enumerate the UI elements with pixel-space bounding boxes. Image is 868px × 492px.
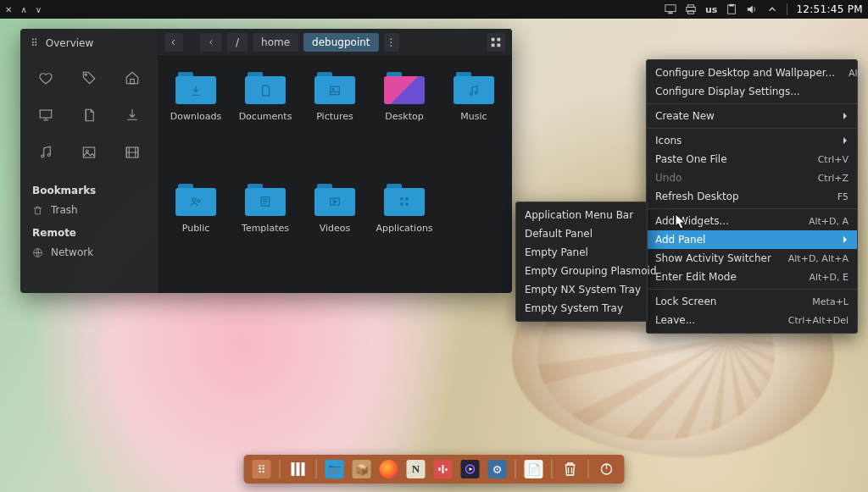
mi-icons[interactable]: Icons [647, 131, 857, 150]
videos-icon[interactable] [112, 134, 153, 171]
folder-downloads[interactable]: Downloads [161, 64, 231, 175]
dock-power-icon[interactable] [598, 460, 616, 478]
keyboard-layout[interactable]: us [705, 3, 717, 15]
svg-rect-6 [730, 4, 734, 7]
network-item[interactable]: Network [20, 242, 158, 263]
mi-create-new[interactable]: Create New [647, 107, 857, 125]
window-down-icon[interactable]: ∨ [36, 5, 42, 14]
svg-rect-38 [446, 468, 448, 471]
window-up-icon[interactable]: ∧ [20, 5, 26, 14]
dock-separator [588, 460, 589, 478]
fm-sidebar: ⠿ Overview Bookmarks Trash Remote Networ… [20, 29, 158, 293]
smi-empty-panel[interactable]: Empty Panel [516, 243, 647, 262]
bottom-dock: ⠿ 📦 N ⚙ 📄 [244, 455, 625, 484]
svg-point-24 [192, 198, 196, 202]
folder-applications[interactable]: Applications [370, 175, 439, 287]
dock-player-icon[interactable] [461, 460, 480, 478]
dock-separator [552, 460, 553, 478]
fm-overview-header[interactable]: ⠿ Overview [20, 29, 158, 58]
breadcrumb-home[interactable]: home [253, 33, 298, 52]
overview-label: Overview [46, 37, 94, 49]
svg-point-23 [475, 91, 477, 94]
tags-icon[interactable] [69, 59, 109, 97]
menu-separator [647, 128, 857, 129]
window-close-icon[interactable]: ✕ [5, 5, 12, 14]
dock-settings-icon[interactable]: ⚙ [488, 460, 507, 478]
fm-back-button[interactable] [200, 33, 222, 52]
top-panel: ✕ ∧ ∨ us 12:51:45 PM [0, 0, 868, 19]
svg-rect-28 [400, 197, 403, 200]
dock-files-icon[interactable] [326, 460, 344, 478]
svg-rect-33 [297, 462, 300, 476]
music-icon[interactable] [25, 134, 66, 171]
volume-icon[interactable] [746, 3, 758, 15]
breadcrumb-root[interactable]: / [227, 33, 248, 52]
documents-icon[interactable] [69, 97, 109, 134]
mi-add-panel[interactable]: Add Panel [647, 230, 857, 249]
mi-activity-switcher[interactable]: Show Activity SwitcherAlt+D, Alt+A [647, 249, 857, 268]
smi-empty-grouping[interactable]: Empty Grouping Plasmoid [516, 262, 647, 280]
svg-rect-29 [405, 197, 408, 200]
smi-app-menu-bar[interactable]: Application Menu Bar [516, 206, 647, 224]
svg-rect-16 [492, 38, 495, 41]
window-controls: ✕ ∧ ∨ [5, 5, 42, 14]
clipboard-icon[interactable] [726, 3, 737, 15]
svg-rect-8 [131, 80, 135, 84]
favorites-icon[interactable] [25, 59, 66, 97]
fm-view-grid-button[interactable] [487, 33, 505, 52]
mi-leave[interactable]: Leave...Ctrl+Alt+Del [647, 311, 857, 329]
dock-audio-icon[interactable] [434, 460, 453, 478]
desktop-icon[interactable] [25, 97, 66, 134]
smi-empty-system-tray[interactable]: Empty System Tray [516, 299, 647, 318]
mi-configure-wallpaper[interactable]: Configure Desktop and Wallpaper...Alt+D,… [647, 64, 857, 82]
folder-pictures[interactable]: Pictures [300, 64, 370, 175]
add-panel-submenu: Application Menu Bar Default Panel Empty… [515, 202, 648, 322]
fm-more-button[interactable]: ⋮ [384, 33, 399, 52]
svg-rect-18 [492, 44, 495, 47]
fm-file-grid: Downloads Documents Pictures Desktop Mus… [158, 57, 512, 293]
home-icon[interactable] [112, 59, 153, 97]
folder-videos[interactable]: Videos [300, 175, 370, 287]
dock-notes-icon[interactable]: N [407, 460, 426, 478]
svg-rect-20 [331, 86, 340, 94]
clock[interactable]: 12:51:45 PM [796, 3, 863, 15]
fm-nav-button[interactable] [164, 33, 183, 52]
dock-trash-icon[interactable] [561, 460, 580, 478]
mi-paste[interactable]: Paste One FileCtrl+V [647, 150, 857, 169]
folder-desktop[interactable]: Desktop [370, 64, 439, 175]
file-manager-window: ⠿ Overview Bookmarks Trash Remote Networ… [20, 29, 512, 293]
folder-documents[interactable]: Documents [231, 64, 300, 175]
mi-edit-mode[interactable]: Enter Edit ModeAlt+D, E [647, 268, 857, 286]
svg-point-11 [47, 154, 50, 157]
display-icon[interactable] [665, 3, 676, 15]
overview-icon: ⠿ [31, 37, 39, 49]
mi-undo: UndoCtrl+Z [647, 169, 857, 187]
smi-empty-nx-tray[interactable]: Empty NX System Tray [516, 280, 647, 299]
downloads-icon[interactable] [112, 97, 153, 134]
dock-activities-icon[interactable] [289, 460, 308, 478]
tray-expand-icon[interactable] [766, 3, 778, 15]
folder-music[interactable]: Music [439, 64, 509, 175]
folder-public[interactable]: Public [161, 175, 231, 287]
printer-icon[interactable] [685, 3, 697, 15]
dock-launcher-icon[interactable]: ⠿ [253, 460, 271, 478]
mi-lock-screen[interactable]: Lock ScreenMeta+L [647, 292, 857, 311]
breadcrumb-current[interactable]: debugpoint [303, 33, 378, 52]
svg-rect-0 [665, 5, 676, 12]
dock-newdoc-icon[interactable]: 📄 [525, 460, 543, 478]
folder-templates[interactable]: Templates [231, 175, 300, 287]
smi-default-panel[interactable]: Default Panel [516, 224, 647, 243]
dock-firefox-icon[interactable] [380, 460, 398, 478]
menu-separator [647, 289, 857, 290]
dock-software-icon[interactable]: 📦 [353, 460, 371, 478]
folder-empty-slot [439, 175, 509, 287]
svg-rect-9 [40, 110, 52, 118]
menu-separator [647, 208, 857, 209]
bookmarks-section: Bookmarks [20, 178, 158, 200]
pictures-icon[interactable] [69, 134, 109, 171]
svg-rect-34 [302, 462, 305, 476]
mi-refresh[interactable]: Refresh DesktopF5 [647, 187, 857, 206]
svg-point-25 [198, 200, 200, 202]
mi-configure-display[interactable]: Configure Display Settings... [647, 82, 857, 101]
trash-item[interactable]: Trash [20, 200, 158, 220]
